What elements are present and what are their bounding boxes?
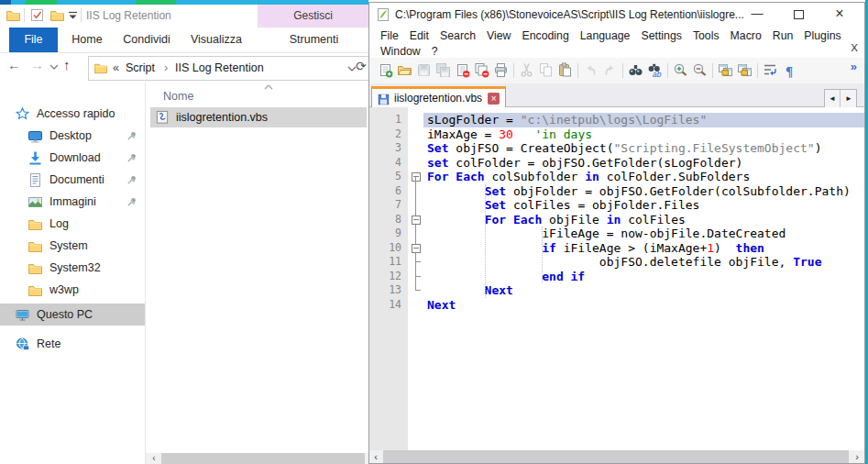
indent-guide	[542, 226, 543, 283]
select-all-check-icon[interactable]	[29, 7, 45, 23]
fold-toggle-icon[interactable]	[408, 170, 423, 184]
vbs-file-icon	[155, 110, 170, 125]
editor-horizontal-scrollbar[interactable]: ‹ ›	[369, 450, 864, 463]
close-button[interactable]: ×	[824, 3, 855, 25]
scroll-left-arrow-icon[interactable]: ‹	[369, 450, 382, 463]
sidebar-item-system32[interactable]: System32	[0, 257, 145, 279]
fold-margin	[408, 283, 423, 298]
sidebar-item-download[interactable]: Download	[0, 147, 145, 169]
line-number: 2	[369, 127, 408, 142]
find-icon[interactable]	[628, 62, 643, 78]
svg-text:ab: ab	[653, 70, 662, 78]
show-all-characters-icon[interactable]: ¶	[782, 62, 797, 78]
document-tab-active[interactable]: iislogretention.vbs ×	[371, 86, 506, 107]
address-box[interactable]: « Script › IIS Log Retention	[88, 56, 369, 81]
menu-language[interactable]: Language	[575, 28, 636, 44]
tab-scroll-right-icon[interactable]: ►	[841, 90, 856, 107]
scroll-left-arrow-icon[interactable]: ‹	[148, 453, 160, 464]
ribbon-tab-visualizza[interactable]: Visualizza	[188, 28, 245, 52]
menu-run[interactable]: Run	[767, 28, 799, 44]
refresh-icon[interactable]: ⟳	[356, 59, 367, 73]
scrollbar-thumb[interactable]	[383, 450, 849, 463]
save-all-icon[interactable]	[435, 62, 451, 78]
menu-settings[interactable]: Settings	[635, 28, 687, 44]
sidebar-item-log[interactable]: Log	[0, 213, 145, 235]
sync-horizontal-icon[interactable]	[737, 62, 753, 78]
open-icon[interactable]	[397, 62, 412, 78]
sync-vertical-icon[interactable]	[718, 62, 733, 78]
file-row[interactable]: iislogretention.vbs	[150, 107, 367, 127]
tab-close-icon[interactable]: ×	[488, 93, 500, 105]
scrollbar-thumb[interactable]	[161, 453, 365, 464]
forward-arrow-icon[interactable]: →	[30, 57, 44, 72]
explorer-content: Accesso rapidoDesktopDownloadDocumentiIm…	[0, 83, 368, 464]
line-number: 10	[369, 241, 408, 256]
cut-icon[interactable]	[519, 62, 534, 78]
copy-icon[interactable]	[538, 62, 554, 78]
save-icon[interactable]	[416, 62, 432, 78]
close-icon[interactable]	[455, 62, 470, 78]
ribbon-tab-strumenti-applicazioni[interactable]: Strumenti applicazioni	[259, 28, 368, 52]
new-file-icon[interactable]	[378, 62, 393, 78]
toolbar-overflow-chevrons[interactable]: »	[851, 60, 857, 73]
svg-text:¶: ¶	[786, 64, 793, 79]
explorer-horizontal-scrollbar[interactable]: ‹	[146, 453, 368, 464]
folder-icon	[27, 260, 43, 276]
zoom-out-icon[interactable]	[692, 62, 708, 78]
redo-icon[interactable]	[602, 62, 618, 78]
print-icon[interactable]	[493, 62, 509, 78]
menu-encoding[interactable]: Encoding	[516, 28, 574, 44]
sidebar-item-documenti[interactable]: Documenti	[0, 169, 145, 191]
code-editor[interactable]: 1sLogFolder = "c:\inetpub\logs\LogFiles"…	[369, 107, 864, 450]
word-wrap-icon[interactable]	[763, 62, 778, 78]
fold-margin	[408, 156, 423, 171]
maximize-button[interactable]	[783, 3, 814, 25]
folder-icon[interactable]	[49, 7, 65, 23]
menu-tools[interactable]: Tools	[687, 28, 725, 44]
menu-plugins[interactable]: Plugins	[798, 28, 846, 44]
sidebar-item-immagini[interactable]: Immagini	[0, 191, 145, 213]
menu-macro[interactable]: Macro	[725, 28, 767, 44]
fold-margin	[408, 298, 423, 313]
fold-margin	[408, 113, 423, 127]
paste-icon[interactable]	[557, 62, 573, 78]
folder-icon[interactable]	[5, 7, 21, 23]
back-arrow-icon[interactable]: ←	[7, 57, 21, 72]
pin-icon	[126, 174, 137, 185]
scroll-right-arrow-icon[interactable]: ›	[851, 450, 863, 463]
sidebar-item-w3wp[interactable]: w3wp	[0, 279, 145, 301]
zoom-in-icon[interactable]	[673, 62, 688, 78]
menu-view[interactable]: View	[481, 28, 516, 44]
ribbon-tab-condividi[interactable]: Condividi	[119, 28, 174, 52]
sidebar-item-label: Desktop	[49, 129, 92, 142]
sort-ascending-chevron-icon[interactable]	[264, 83, 273, 90]
breadcrumb-segment-current[interactable]: IIS Log Retention	[175, 61, 264, 74]
pin-icon	[126, 152, 137, 163]
sidebar-item-desktop[interactable]: Desktop	[0, 125, 145, 147]
tab-scroll-left-icon[interactable]: ◄	[825, 90, 841, 107]
fold-margin	[408, 141, 423, 156]
document-close-x[interactable]: X	[851, 42, 858, 53]
fold-toggle-icon[interactable]	[408, 213, 423, 227]
sidebar-item-rete[interactable]: Rete	[0, 333, 145, 355]
up-arrow-icon[interactable]: ↑	[63, 57, 71, 72]
recent-locations-chevron-icon[interactable]	[49, 64, 59, 71]
qat-customize-chevron-icon[interactable]	[67, 7, 79, 23]
sidebar-item-questo-pc[interactable]: Questo PC	[0, 304, 145, 326]
breadcrumb-prefix[interactable]: «	[113, 61, 119, 74]
folder-icon	[93, 61, 108, 75]
minimize-button[interactable]: —	[742, 3, 773, 25]
breadcrumb-segment-script[interactable]: Script	[126, 61, 155, 74]
pane-separator[interactable]	[145, 83, 146, 464]
undo-icon[interactable]	[583, 62, 599, 78]
column-header-nome[interactable]: Nome	[163, 90, 193, 103]
ribbon-tab-file[interactable]: File	[9, 28, 58, 52]
code-line-12: 12 end if	[369, 270, 864, 284]
sidebar-item-system[interactable]: System	[0, 235, 145, 257]
code-line-8: 8 For Each objFile in colFiles	[369, 213, 864, 227]
close-all-icon[interactable]	[474, 62, 489, 78]
sidebar-item-accesso-rapido[interactable]: Accesso rapido	[0, 103, 145, 125]
fold-toggle-icon[interactable]	[408, 241, 423, 256]
replace-icon[interactable]: ab	[647, 62, 663, 78]
ribbon-tab-home[interactable]: Home	[69, 28, 105, 52]
